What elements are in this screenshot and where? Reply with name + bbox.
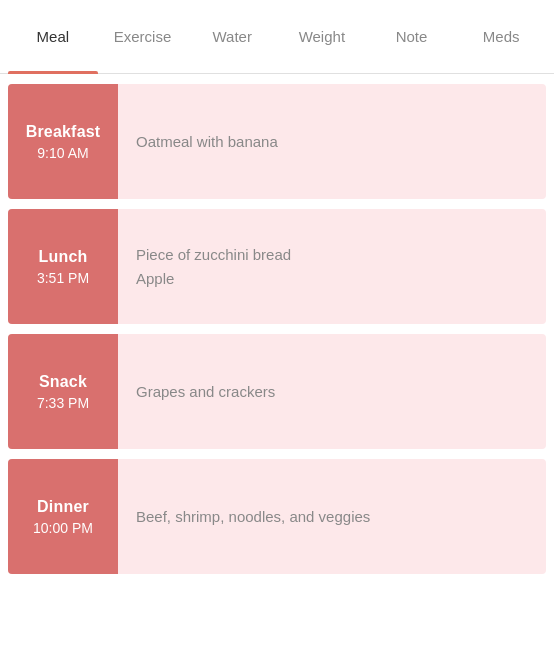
tab-weight[interactable]: Weight [277, 0, 367, 74]
meal-row[interactable]: Breakfast9:10 AMOatmeal with banana [8, 84, 546, 199]
meal-description: Piece of zucchini breadApple [118, 209, 546, 324]
meal-type: Lunch [39, 248, 88, 266]
meal-label-snack: Snack7:33 PM [8, 334, 118, 449]
meal-list: Breakfast9:10 AMOatmeal with bananaLunch… [0, 84, 554, 574]
meal-time: 9:10 AM [37, 145, 88, 161]
meal-time: 10:00 PM [33, 520, 93, 536]
tab-water[interactable]: Water [187, 0, 277, 74]
meal-label-breakfast: Breakfast9:10 AM [8, 84, 118, 199]
meal-description: Grapes and crackers [118, 334, 546, 449]
meal-row[interactable]: Dinner10:00 PMBeef, shrimp, noodles, and… [8, 459, 546, 574]
meal-type: Dinner [37, 498, 89, 516]
tab-note[interactable]: Note [367, 0, 457, 74]
meal-description: Oatmeal with banana [118, 84, 546, 199]
meal-row[interactable]: Lunch3:51 PMPiece of zucchini breadApple [8, 209, 546, 324]
tab-meal[interactable]: Meal [8, 0, 98, 74]
meal-time: 7:33 PM [37, 395, 89, 411]
meal-type: Breakfast [26, 123, 101, 141]
meal-time: 3:51 PM [37, 270, 89, 286]
meal-label-lunch: Lunch3:51 PM [8, 209, 118, 324]
tab-bar: MealExerciseWaterWeightNoteMeds [0, 0, 554, 74]
meal-description: Beef, shrimp, noodles, and veggies [118, 459, 546, 574]
meal-type: Snack [39, 373, 87, 391]
tab-meds[interactable]: Meds [456, 0, 546, 74]
meal-label-dinner: Dinner10:00 PM [8, 459, 118, 574]
tab-exercise[interactable]: Exercise [98, 0, 188, 74]
meal-row[interactable]: Snack7:33 PMGrapes and crackers [8, 334, 546, 449]
